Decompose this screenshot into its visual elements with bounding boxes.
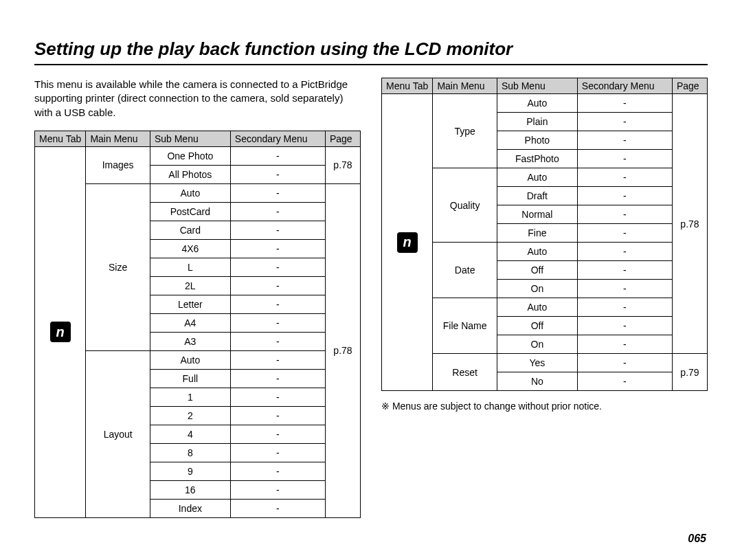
sub-menu-cell: On — [497, 335, 577, 354]
secondary-menu-cell: - — [230, 406, 325, 425]
sub-menu-cell: L — [150, 258, 230, 276]
secondary-menu-cell: - — [230, 332, 325, 350]
intro-text: This menu is available while the camera … — [34, 78, 361, 120]
sub-menu-cell: 1 — [150, 388, 230, 406]
pictbridge-icon: n — [397, 232, 418, 253]
th-page: Page — [325, 131, 360, 146]
secondary-menu-cell: - — [230, 258, 325, 276]
sub-menu-cell: Off — [497, 261, 577, 280]
secondary-menu-cell: - — [230, 239, 325, 258]
sub-menu-cell: 2L — [150, 276, 230, 295]
secondary-menu-cell: - — [230, 165, 325, 183]
sub-menu-cell: One Photo — [150, 146, 230, 165]
secondary-menu-cell: - — [230, 146, 325, 165]
sub-menu-cell: Auto — [150, 350, 230, 369]
left-menu-table: Menu Tab Main Menu Sub Menu Secondary Me… — [34, 131, 361, 518]
secondary-menu-cell: - — [577, 131, 672, 150]
sub-menu-cell: Auto — [150, 183, 230, 202]
sub-menu-cell: Auto — [497, 168, 577, 187]
secondary-menu-cell: - — [230, 183, 325, 202]
th-tab: Menu Tab — [35, 131, 86, 146]
secondary-menu-cell: - — [230, 313, 325, 332]
sub-menu-cell: 4X6 — [150, 239, 230, 258]
secondary-menu-cell: - — [577, 187, 672, 205]
secondary-menu-cell: - — [577, 261, 672, 280]
sub-menu-cell: Auto — [497, 243, 577, 261]
main-menu-cell: Images — [86, 146, 150, 183]
main-menu-cell: Layout — [86, 350, 150, 517]
sub-menu-cell: No — [497, 372, 577, 391]
sub-menu-cell: Normal — [497, 205, 577, 224]
sub-menu-cell: Draft — [497, 187, 577, 205]
sub-menu-cell: Fine — [497, 224, 577, 243]
right-menu-table: Menu Tab Main Menu Sub Menu Secondary Me… — [381, 78, 708, 391]
secondary-menu-cell: - — [577, 335, 672, 354]
page-cell: p.78 — [325, 183, 360, 517]
secondary-menu-cell: - — [577, 280, 672, 298]
menu-tab-icon-cell: n — [382, 94, 433, 391]
main-menu-cell: Type — [433, 94, 497, 168]
secondary-menu-cell: - — [230, 202, 325, 221]
secondary-menu-cell: - — [230, 221, 325, 239]
pictbridge-icon: n — [50, 322, 71, 342]
page-number: 065 — [688, 533, 706, 545]
th-main: Main Menu — [433, 78, 497, 94]
main-menu-cell: Reset — [433, 354, 497, 391]
secondary-menu-cell: - — [577, 243, 672, 261]
secondary-menu-cell: - — [230, 480, 325, 499]
secondary-menu-cell: - — [577, 317, 672, 335]
sub-menu-cell: 4 — [150, 425, 230, 443]
sub-menu-cell: A3 — [150, 332, 230, 350]
sub-menu-cell: FastPhoto — [497, 150, 577, 168]
sub-menu-cell: 2 — [150, 406, 230, 425]
page-cell: p.78 — [325, 146, 360, 183]
secondary-menu-cell: - — [230, 462, 325, 480]
th-sub: Sub Menu — [150, 131, 230, 146]
sub-menu-cell: Yes — [497, 354, 577, 372]
th-page: Page — [672, 78, 707, 94]
page-title: Setting up the play back function using … — [34, 38, 708, 65]
secondary-menu-cell: - — [230, 350, 325, 369]
sub-menu-cell: On — [497, 280, 577, 298]
sub-menu-cell: Off — [497, 317, 577, 335]
secondary-menu-cell: - — [230, 443, 325, 462]
secondary-menu-cell: - — [230, 499, 325, 517]
sub-menu-cell: Letter — [150, 295, 230, 313]
secondary-menu-cell: - — [577, 298, 672, 317]
sub-menu-cell: 16 — [150, 480, 230, 499]
secondary-menu-cell: - — [230, 425, 325, 443]
sub-menu-cell: 9 — [150, 462, 230, 480]
sub-menu-cell: Auto — [497, 94, 577, 113]
sub-menu-cell: Auto — [497, 298, 577, 317]
sub-menu-cell: Plain — [497, 113, 577, 131]
secondary-menu-cell: - — [577, 224, 672, 243]
secondary-menu-cell: - — [577, 168, 672, 187]
sub-menu-cell: Photo — [497, 131, 577, 150]
th-tab: Menu Tab — [382, 78, 433, 94]
main-menu-cell: File Name — [433, 298, 497, 354]
main-menu-cell: Quality — [433, 168, 497, 243]
sub-menu-cell: PostCard — [150, 202, 230, 221]
sub-menu-cell: 8 — [150, 443, 230, 462]
secondary-menu-cell: - — [230, 369, 325, 388]
th-sub: Sub Menu — [497, 78, 577, 94]
secondary-menu-cell: - — [230, 295, 325, 313]
sub-menu-cell: A4 — [150, 313, 230, 332]
sub-menu-cell: Index — [150, 499, 230, 517]
page-cell: p.79 — [672, 354, 707, 391]
secondary-menu-cell: - — [577, 372, 672, 391]
secondary-menu-cell: - — [577, 113, 672, 131]
secondary-menu-cell: - — [230, 276, 325, 295]
sub-menu-cell: Card — [150, 221, 230, 239]
sub-menu-cell: Full — [150, 369, 230, 388]
secondary-menu-cell: - — [577, 94, 672, 113]
secondary-menu-cell: - — [577, 205, 672, 224]
main-menu-cell: Date — [433, 243, 497, 298]
secondary-menu-cell: - — [577, 354, 672, 372]
secondary-menu-cell: - — [577, 150, 672, 168]
main-menu-cell: Size — [86, 183, 150, 350]
footnote: ※ Menus are subject to change without pr… — [381, 401, 708, 412]
th-sec: Secondary Menu — [230, 131, 325, 146]
page-cell: p.78 — [672, 94, 707, 354]
sub-menu-cell: All Photos — [150, 165, 230, 183]
